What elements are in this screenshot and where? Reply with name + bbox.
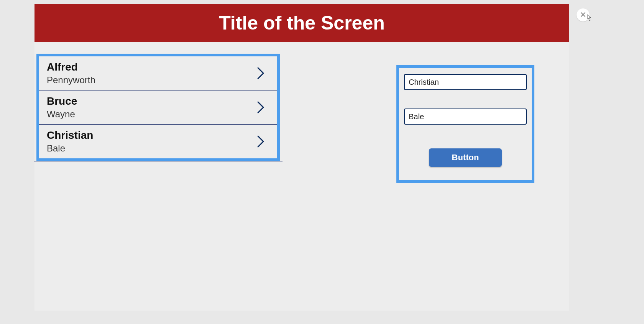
list-item-first-name: Christian [47,129,256,141]
close-button[interactable] [577,8,590,21]
chevron-right-icon [256,66,266,80]
list-item-text: Alfred Pennyworth [47,61,256,86]
submit-button[interactable]: Button [429,148,502,167]
people-list-panel: Alfred Pennyworth Bruce Wayne Christia [36,54,280,161]
page-title: Title of the Screen [219,12,385,34]
first-name-field[interactable] [404,74,527,90]
list-item[interactable]: Christian Bale [39,125,277,158]
list-item-last-name: Wayne [47,109,256,120]
list-item-last-name: Pennyworth [47,75,256,86]
list-item[interactable]: Alfred Pennyworth [39,56,277,90]
list-item-last-name: Bale [47,143,256,154]
list-item-first-name: Alfred [47,61,256,73]
list-item-first-name: Bruce [47,95,256,107]
screen-container: Title of the Screen Alfred Pennyworth Br… [34,4,569,311]
close-icon [580,12,586,18]
list-item-text: Bruce Wayne [47,95,256,120]
list-item-text: Christian Bale [47,129,256,154]
list-item[interactable]: Bruce Wayne [39,90,277,125]
header-bar: Title of the Screen [34,4,569,42]
chevron-right-icon [256,100,266,114]
chevron-right-icon [256,135,266,148]
form-panel: Button [396,65,534,183]
last-name-field[interactable] [404,109,527,125]
